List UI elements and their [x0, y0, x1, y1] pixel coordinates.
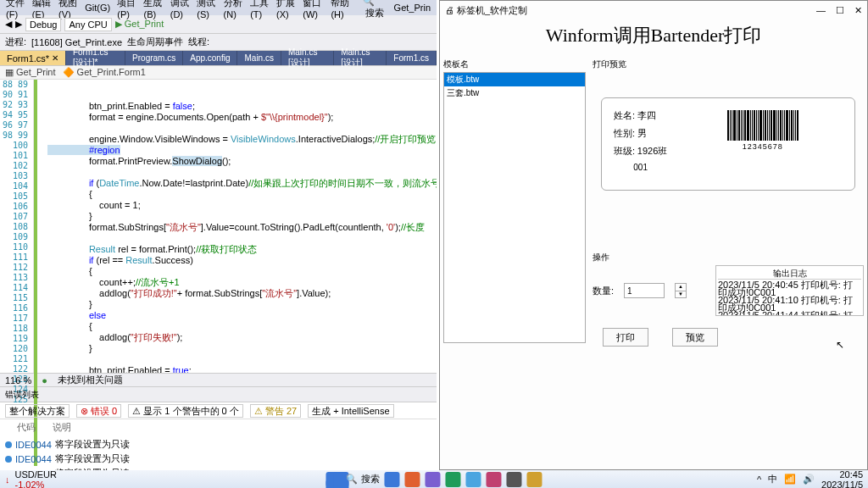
solution-name: Get_Prin [392, 3, 433, 13]
visual-studio-window: 文件(F) 编辑(E) 视图(V) Git(G) 项目(P) 生成(B) 调试(… [0, 0, 437, 470]
taskbar-icon[interactable] [527, 472, 542, 487]
config-dropdown[interactable]: Debug [25, 18, 61, 31]
stock-ticker[interactable]: USD/EUR-1.02% [15, 469, 58, 489]
breadcrumb-class[interactable]: 🔶 Get_Print.Form1 [63, 67, 146, 78]
taskbar-center: 🔍 搜索 [326, 472, 542, 487]
change-margin [34, 80, 44, 373]
menu-file[interactable]: 文件(F) [3, 0, 28, 19]
template-label: 模板名 [443, 57, 586, 72]
template-item-1[interactable]: 三套.btw [444, 86, 585, 100]
tab-main3[interactable]: Main.cs [设计] [334, 51, 387, 65]
menu-window[interactable]: 窗口(W) [300, 0, 326, 19]
menu-test[interactable]: 测试(S) [194, 0, 219, 19]
taskbar-icon[interactable] [487, 472, 502, 487]
code-editor[interactable]: 88 89 90 91 92 93 94 95 96 97 98 99 100 … [0, 80, 437, 373]
find-status: 未找到相关问题 [58, 374, 123, 386]
code-content[interactable]: btn_print.Enabled = false; format = engi… [44, 80, 437, 373]
label-preview: 姓名: 李四 性别: 男 班级: 1926班 001 12345678 [601, 97, 855, 191]
process-dropdown[interactable]: [11608] Get_Print.exe [31, 37, 122, 47]
taskbar-icon[interactable] [507, 472, 522, 487]
editor-status-bar: 116 % ● 未找到相关问题 [0, 373, 437, 386]
minimize-button[interactable]: — [816, 5, 826, 16]
log-output[interactable]: 输出日志 2023/11/5 20:40:45 打印机号: 打印成功!0C001… [715, 265, 864, 316]
barcode-graphic [682, 110, 843, 141]
scope-dropdown[interactable]: 整个解决方案 [5, 404, 70, 418]
tab-appconfig[interactable]: App.config [183, 51, 237, 65]
qty-label: 数量: [593, 285, 614, 297]
menu-project[interactable]: 项目(P) [114, 0, 139, 19]
tab-main2[interactable]: Main.cs [设计] [281, 51, 334, 65]
wifi-icon[interactable]: 📶 [784, 474, 796, 485]
log-title: 输出日志 [718, 268, 861, 280]
menu-view[interactable]: 视图(V) [56, 0, 81, 19]
ime-icon[interactable]: 中 [768, 473, 777, 485]
window-title: 🖨 标签机_软件定制 [445, 4, 527, 17]
intellisense-dropdown[interactable]: 生成 + IntelliSense [308, 404, 393, 418]
qty-spinner[interactable]: ▲▼ [675, 283, 687, 298]
threads-label: 线程: [188, 36, 209, 48]
taskbar-vs-icon[interactable] [426, 472, 441, 487]
nav-fwd-icon[interactable]: ▶ [15, 19, 22, 30]
error-toolbar: 整个解决方案 ⊗ 错误 0 ⚠ 显示 1 个警告中的 0 个 ⚠ 警告 27 生… [0, 402, 437, 419]
vs-menubar: 文件(F) 编辑(E) 视图(V) Git(G) 项目(P) 生成(B) 调试(… [0, 0, 437, 15]
clock[interactable]: 20:452023/11/5 [821, 469, 863, 489]
col-code: 代码 [17, 421, 36, 434]
taskbar-icon[interactable] [385, 472, 400, 487]
qty-input[interactable] [624, 283, 665, 298]
line-numbers: 88 89 90 91 92 93 94 95 96 97 98 99 100 … [0, 80, 34, 373]
barcode-text: 12345678 [682, 142, 843, 151]
app-title: Winform调用Bartender打印 [440, 19, 867, 55]
process-label: 进程: [5, 36, 26, 48]
search-icon[interactable]: 🔍 搜索 [360, 0, 390, 19]
volume-icon[interactable]: 🔊 [803, 474, 815, 485]
menu-analyze[interactable]: 分析(N) [221, 0, 247, 19]
menu-extensions[interactable]: 扩展(X) [274, 0, 298, 19]
error-list-panel: 错误列表 整个解决方案 ⊗ 错误 0 ⚠ 显示 1 个警告中的 0 个 ⚠ 警告… [0, 386, 437, 471]
error-count[interactable]: ⊗ 错误 0 [76, 404, 121, 418]
run-button[interactable]: ▶ Get_Print [115, 19, 164, 30]
start-button[interactable] [326, 472, 341, 487]
menu-build[interactable]: 生成(B) [141, 0, 165, 19]
menu-help[interactable]: 帮助(H) [328, 0, 353, 19]
document-tabs: Form1.cs* ✕ Form1.cs [设计]* Program.cs Ap… [0, 51, 437, 66]
col-desc: 说明 [53, 421, 71, 434]
preview-button[interactable]: 预览 [672, 328, 718, 347]
taskbar-search[interactable]: 🔍 搜索 [346, 473, 379, 485]
menu-tools[interactable]: 工具(T) [248, 0, 272, 19]
tab-form1-design[interactable]: Form1.cs [设计]* [66, 51, 125, 65]
tab-form1b[interactable]: Form1.cs [387, 51, 437, 65]
print-button[interactable]: 打印 [603, 328, 648, 347]
platform-dropdown[interactable]: Any CPU [64, 18, 111, 31]
bartender-window: 🖨 标签机_软件定制 — ☐ ✕ Winform调用Bartender打印 模板… [439, 0, 868, 470]
tab-main1[interactable]: Main.cs [237, 51, 281, 65]
no-issues-icon: ● [42, 375, 47, 385]
tab-program[interactable]: Program.cs [125, 51, 183, 65]
template-list[interactable]: 模板.btw 三套.btw [443, 72, 586, 343]
stock-icon[interactable]: ↓ [5, 474, 10, 485]
breadcrumb-project[interactable]: ▦ Get_Print [5, 67, 56, 78]
warn-count[interactable]: ⚠ 警告 27 [250, 404, 301, 418]
close-button[interactable]: ✕ [854, 5, 862, 16]
right-panel: 打印预览 姓名: 李四 性别: 男 班级: 1926班 001 12345678… [593, 57, 864, 485]
template-panel: 模板名 模板.btw 三套.btw [443, 57, 586, 485]
taskbar-icon[interactable] [466, 472, 481, 487]
lifecycle-label: 生命周期事件 [127, 36, 183, 48]
error-panel-title: 错误列表 [0, 387, 437, 402]
windows-taskbar: ↓ USD/EUR-1.02% 🔍 搜索 ^ 中 📶 🔊 20:452023/1… [0, 470, 868, 488]
menu-edit[interactable]: 编辑(E) [30, 0, 54, 19]
menu-git[interactable]: Git(G) [82, 3, 113, 13]
ops-label: 操作 [593, 250, 864, 265]
error-item[interactable]: IDE0044将字段设置为只读 [5, 437, 431, 452]
maximize-button[interactable]: ☐ [836, 5, 844, 16]
error-item[interactable]: IDE0044将字段设置为只读 [5, 452, 431, 466]
taskbar-icon[interactable] [446, 472, 461, 487]
menu-debug[interactable]: 调试(D) [168, 0, 193, 19]
warn-lead[interactable]: ⚠ 显示 1 个警告中的 0 个 [128, 404, 243, 418]
taskbar-icon[interactable] [405, 472, 420, 487]
zoom-level[interactable]: 116 % [5, 375, 31, 385]
template-item-0[interactable]: 模板.btw [444, 73, 585, 86]
tray-icon[interactable]: ^ [757, 474, 761, 485]
nav-back-icon[interactable]: ◀ [5, 19, 12, 30]
preview-label: 打印预览 [593, 57, 864, 72]
tab-form1-cs[interactable]: Form1.cs* ✕ [0, 51, 66, 65]
